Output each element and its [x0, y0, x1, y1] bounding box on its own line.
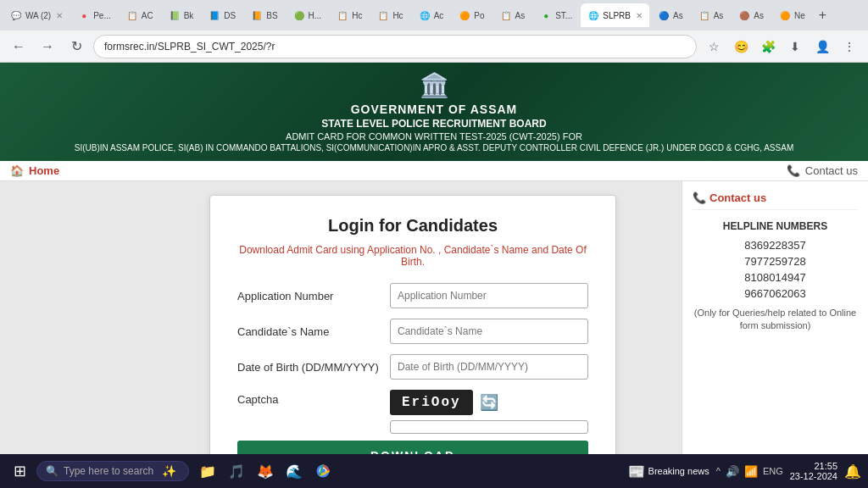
app-number-input[interactable] — [390, 283, 588, 308]
address-bar[interactable] — [93, 35, 697, 58]
header-title1: GOVERNMENT OF ASSAM — [17, 103, 851, 116]
tab-icon-po: 🟠 — [459, 9, 470, 21]
tab-h[interactable]: 🟢 H... — [287, 3, 329, 27]
new-tab-button[interactable]: + — [814, 8, 832, 23]
forward-button[interactable]: → — [36, 35, 59, 58]
header-emblem: 🏛️ — [17, 71, 851, 99]
tab-icon-wa: 💬 — [10, 9, 22, 21]
dob-input[interactable] — [390, 354, 588, 380]
captcha-label: Captcha — [237, 390, 390, 406]
tab-wa[interactable]: 💬 WA (2) ✕ — [3, 3, 70, 27]
tab-icon-as3: 📋 — [698, 9, 710, 21]
tab-bk[interactable]: 📗 Bk — [162, 3, 201, 27]
app-number-row: Application Number — [237, 283, 588, 308]
account-button[interactable]: 👤 — [810, 35, 834, 58]
tray-arrow[interactable]: ^ — [716, 466, 721, 476]
tab-hc1[interactable]: 📋 Hc — [330, 3, 369, 27]
tab-close-slprb[interactable]: ✕ — [636, 11, 643, 20]
tab-as3[interactable]: 📋 As — [692, 3, 731, 27]
search-placeholder: Type here to search — [64, 465, 153, 477]
tab-ac1[interactable]: 📋 AC — [120, 3, 160, 27]
taskbar-search-box[interactable]: 🔍 Type here to search ✨ — [36, 461, 189, 481]
tab-bs[interactable]: 📙 BS — [244, 3, 284, 27]
tab-as1[interactable]: 📋 As — [493, 3, 532, 27]
start-button[interactable]: ⊞ — [7, 458, 33, 484]
notification-icon[interactable]: 🔔 — [844, 463, 861, 480]
helpline-note: (Only for Queries/help related to Online… — [693, 307, 858, 333]
tab-slprb[interactable]: 🌐 SLPRB ✕ — [581, 3, 649, 27]
captcha-image: EriOoy — [390, 390, 473, 415]
system-tray: ^ 🔊 📶 ENG — [716, 465, 783, 478]
taskbar-app-chrome[interactable] — [311, 459, 335, 483]
contact-nav[interactable]: 📞 Contact us — [787, 164, 858, 177]
login-card: Login for Candidates Download Admit Card… — [209, 195, 616, 488]
profile-button[interactable]: 😊 — [729, 35, 753, 58]
tab-close-wa[interactable]: ✕ — [56, 11, 63, 20]
cortana-icon: ✨ — [162, 464, 176, 478]
helpline-title: HELPLINE NUMBERS — [693, 220, 858, 232]
tab-icon-bk: 📗 — [169, 9, 181, 21]
captcha-refresh-button[interactable]: 🔄 — [480, 393, 498, 412]
helpline-number-3: 8108014947 — [693, 271, 858, 284]
dob-label: Date of Birth (DD/MM/YYYY) — [237, 361, 390, 374]
tab-ne[interactable]: 🟠 Ne — [772, 3, 812, 27]
tab-st[interactable]: ● ST... — [533, 3, 579, 27]
taskbar-app-photos[interactable]: 🦊 — [253, 459, 277, 483]
tab-icon-ac2: 🌐 — [419, 9, 431, 21]
downloads-button[interactable]: ⬇ — [783, 35, 807, 58]
header-subtitle: SI(UB)IN ASSAM POLICE, SI(AB) IN COMMAND… — [17, 143, 851, 152]
tab-po[interactable]: 🟠 Po — [452, 3, 491, 27]
contact-label: Contact us — [805, 164, 858, 177]
home-icon: 🏠 — [10, 164, 24, 177]
news-label: Breaking news — [648, 466, 709, 476]
tab-icon-as2: 🔵 — [658, 9, 670, 21]
taskbar-app-edge[interactable]: 🌊 — [282, 459, 306, 483]
taskbar-clock[interactable]: 21:55 23-12-2024 — [790, 461, 837, 481]
lang-label: ENG — [763, 466, 783, 476]
dob-row: Date of Birth (DD/MM/YYYY) — [237, 354, 588, 380]
tab-icon-hc1: 📋 — [337, 9, 348, 21]
taskbar-app-music[interactable]: 🎵 — [225, 459, 248, 483]
helpline-number-4: 9667062063 — [693, 287, 858, 300]
tab-icon-as1: 📋 — [500, 9, 512, 21]
tab-hc2[interactable]: 📋 Hc — [370, 3, 409, 27]
app-number-label: Application Number — [237, 290, 390, 302]
breaking-news[interactable]: 📰 Breaking news — [628, 463, 709, 480]
tab-icon-bs: 📙 — [251, 9, 263, 21]
bookmark-button[interactable]: ☆ — [702, 35, 726, 58]
header-title2: STATE LEVEL POLICE RECRUITMENT BOARD — [17, 118, 851, 130]
tab-pe[interactable]: ● Pe... — [71, 3, 118, 27]
extension-button[interactable]: 🧩 — [756, 35, 780, 58]
login-subtitle: Download Admit Card using Application No… — [237, 244, 588, 268]
tab-icon-slprb: 🌐 — [587, 9, 599, 21]
search-icon: 🔍 — [46, 465, 58, 477]
home-nav[interactable]: 🏠 Home — [10, 164, 59, 177]
tab-as2[interactable]: 🔵 As — [651, 3, 690, 27]
tab-as4[interactable]: 🟤 As — [732, 3, 771, 27]
captcha-input[interactable] — [390, 420, 588, 434]
home-label: Home — [29, 164, 59, 177]
taskbar-app-files[interactable]: 📁 — [196, 459, 220, 483]
speaker-icon[interactable]: 🔊 — [726, 465, 739, 478]
network-icon[interactable]: 📶 — [744, 465, 758, 478]
browser-nav-icons: ☆ 😊 🧩 ⬇ 👤 ⋮ — [702, 35, 861, 58]
reload-button[interactable]: ↻ — [64, 35, 88, 58]
tab-icon-ds: 📘 — [209, 9, 220, 21]
menu-button[interactable]: ⋮ — [837, 35, 861, 58]
tab-icon-h: 🟢 — [293, 9, 305, 21]
back-button[interactable]: ← — [7, 35, 31, 58]
tab-icon-st: ● — [540, 9, 552, 21]
clock-date: 23-12-2024 — [790, 471, 837, 481]
taskbar-right: 📰 Breaking news ^ 🔊 📶 ENG 21:55 23-12-20… — [628, 461, 861, 481]
site-header: 🏛️ GOVERNMENT OF ASSAM STATE LEVEL POLIC… — [0, 63, 868, 161]
right-sidebar: 📞 Contact us HELPLINE NUMBERS 8369228357… — [682, 181, 868, 488]
tab-icon-pe: ● — [78, 9, 90, 21]
site-nav: 🏠 Home 📞 Contact us — [0, 161, 868, 181]
tab-ac2[interactable]: 🌐 Ac — [412, 3, 451, 27]
captcha-row: Captcha EriOoy 🔄 — [237, 390, 588, 434]
clock-time: 21:55 — [790, 461, 837, 471]
candidate-name-input[interactable] — [390, 319, 588, 344]
tab-ds[interactable]: 📘 DS — [202, 3, 242, 27]
main-layout: Login for Candidates Download Admit Card… — [0, 181, 868, 488]
main-center: Login for Candidates Download Admit Card… — [144, 181, 682, 488]
